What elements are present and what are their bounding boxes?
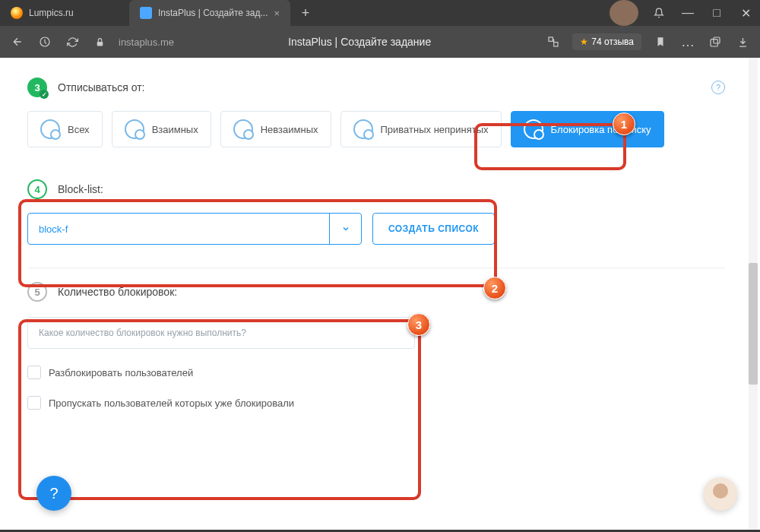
step-3-header: 3 Отписываться от: ? xyxy=(27,78,725,97)
user-icon xyxy=(125,119,144,139)
window-maximize[interactable]: □ xyxy=(702,0,731,26)
create-list-button[interactable]: СОЗДАТЬ СПИСОК xyxy=(372,213,495,245)
step-5-label: Количество блокировок: xyxy=(58,286,177,298)
help-icon[interactable]: ? xyxy=(711,81,725,94)
window-titlebar: Lumpics.ru InstaPlus | Создайте зад... ×… xyxy=(0,0,760,26)
svg-rect-1 xyxy=(97,41,103,45)
skip-checkbox-row: Пропускать пользователей которых уже бло… xyxy=(27,396,725,410)
user-icon xyxy=(353,119,373,139)
download-icon[interactable] xyxy=(734,33,751,50)
skip-checkbox[interactable] xyxy=(27,396,41,410)
blocklist-select[interactable]: block-f xyxy=(27,213,362,245)
star-icon: ★ xyxy=(580,36,588,47)
chevron-down-icon[interactable] xyxy=(329,214,361,244)
option-all[interactable]: Всех xyxy=(27,111,103,147)
step-3-label: Отписываться от: xyxy=(58,81,144,93)
help-floating-button[interactable]: ? xyxy=(36,476,71,511)
user-icon xyxy=(524,119,543,139)
back-icon[interactable] xyxy=(9,33,26,50)
unblock-checkbox[interactable] xyxy=(27,366,41,379)
support-avatar[interactable] xyxy=(704,477,737,511)
step-3-number: 3 xyxy=(27,78,47,97)
page-content: 3 Отписываться от: ? Всех Взаимных Невза… xyxy=(6,58,746,530)
page-title: InstaPlus | Создайте задание xyxy=(185,36,534,48)
unblock-checkbox-row: Разблокировать пользователей xyxy=(27,366,725,379)
option-private[interactable]: Приватных непринятых xyxy=(340,111,502,147)
scrollbar-thumb[interactable] xyxy=(749,263,758,385)
window-close[interactable]: ✕ xyxy=(731,0,760,26)
step-4-header: 4 Block-list: xyxy=(27,179,725,199)
tab-instaplus[interactable]: InstaPlus | Создайте зад... × xyxy=(129,0,290,26)
close-tab-icon[interactable]: × xyxy=(274,8,280,19)
bookmark-icon[interactable] xyxy=(652,33,669,50)
user-icon xyxy=(233,119,253,139)
option-mutual[interactable]: Взаимных xyxy=(112,111,211,147)
annotation-badge-3: 3 xyxy=(407,313,430,336)
notifications-icon[interactable] xyxy=(644,0,673,26)
address-bar: instaplus.me InstaPlus | Создайте задани… xyxy=(0,26,760,58)
blocklist-selected: block-f xyxy=(28,223,329,235)
url-text[interactable]: instaplus.me xyxy=(119,36,174,48)
block-count-input[interactable]: Какое количество блокировок нужно выполн… xyxy=(27,317,415,349)
blocklist-row: block-f СОЗДАТЬ СПИСОК xyxy=(27,213,725,245)
svg-rect-3 xyxy=(554,43,558,46)
step-5-number: 5 xyxy=(27,282,47,302)
step-4-number: 4 xyxy=(27,179,47,199)
more-icon[interactable]: … xyxy=(679,33,696,50)
new-tab-button[interactable]: + xyxy=(295,2,316,24)
favicon-lumpics xyxy=(11,7,23,19)
svg-rect-5 xyxy=(714,37,720,43)
annotation-badge-1: 1 xyxy=(613,112,635,135)
reviews-badge[interactable]: ★74 отзыва xyxy=(572,33,641,50)
lock-icon[interactable] xyxy=(91,33,108,50)
user-icon xyxy=(40,119,60,139)
translate-icon[interactable] xyxy=(545,33,562,50)
page-viewport: 3 Отписываться от: ? Всех Взаимных Невза… xyxy=(0,58,760,530)
option-blocklist[interactable]: Блокировка по списку xyxy=(511,111,664,147)
tab-label: Lumpics.ru xyxy=(29,8,74,18)
favicon-instaplus xyxy=(140,7,152,19)
yandex-icon[interactable] xyxy=(36,33,53,50)
annotation-badge-2: 2 xyxy=(483,277,506,299)
section-divider xyxy=(27,268,725,268)
tab-label: InstaPlus | Создайте зад... xyxy=(158,8,268,18)
svg-rect-2 xyxy=(549,37,553,41)
option-nonmutual[interactable]: Невзаимных xyxy=(220,111,331,147)
window-minimize[interactable]: — xyxy=(673,0,702,26)
tab-lumpics[interactable]: Lumpics.ru xyxy=(0,0,129,26)
extensions-icon[interactable] xyxy=(707,33,724,50)
step-5-header: 5 Количество блокировок: xyxy=(27,282,725,302)
step-4-label: Block-list: xyxy=(58,183,103,195)
reload-icon[interactable] xyxy=(64,33,81,50)
profile-avatar[interactable] xyxy=(610,0,638,26)
